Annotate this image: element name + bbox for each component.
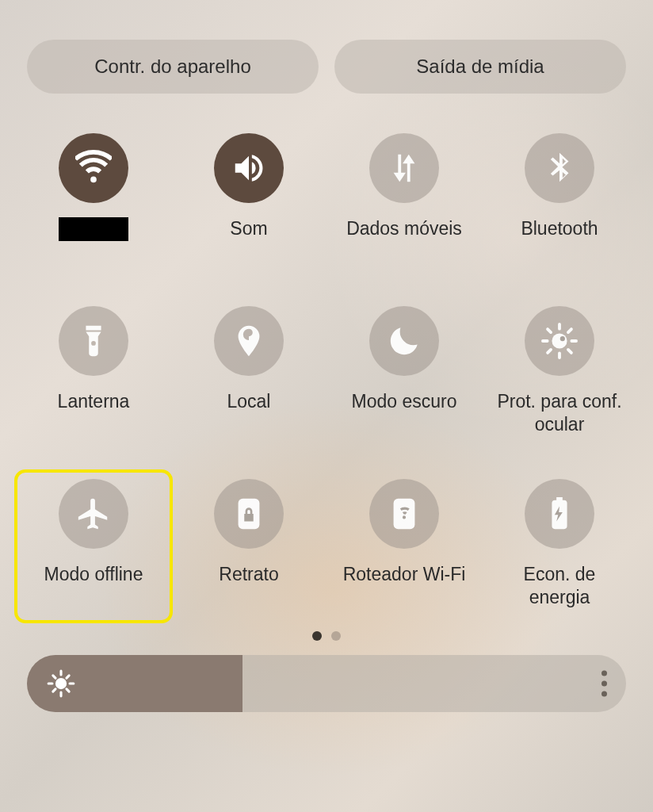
portrait-lock-icon[interactable] [214, 479, 284, 549]
tile-label: Dados móveis [346, 217, 462, 240]
data-arrows-icon[interactable] [369, 133, 439, 203]
page-dot-2[interactable] [331, 631, 341, 641]
tile-wifi[interactable] [16, 125, 171, 276]
brightness-slider-container [0, 655, 653, 712]
location-icon[interactable] [214, 306, 284, 376]
tile-label: Econ. de energia [492, 563, 627, 609]
tile-portrait[interactable]: Retrato [171, 471, 326, 622]
tile-label-redacted [59, 217, 128, 241]
tile-mobiledata[interactable]: Dados móveis [326, 125, 482, 276]
battery-save-icon[interactable] [525, 479, 594, 549]
tile-powersave[interactable]: Econ. de energia [482, 471, 637, 622]
tile-hotspot[interactable]: Roteador Wi-Fi [326, 471, 482, 622]
top-bar: Contr. do aparelho Saída de mídia [0, 0, 653, 117]
device-control-label: Contr. do aparelho [94, 56, 250, 78]
airplane-icon[interactable] [59, 479, 128, 549]
hotspot-icon[interactable] [369, 479, 439, 549]
tile-label: Prot. para conf. ocular [492, 390, 627, 436]
brightness-menu-button[interactable] [601, 671, 607, 697]
tile-eyecomfort[interactable]: Prot. para conf. ocular [482, 298, 637, 449]
tile-sound[interactable]: Som [171, 125, 326, 276]
tile-darkmode[interactable]: Modo escuro [326, 298, 482, 449]
eye-comfort-icon[interactable] [525, 306, 594, 376]
brightness-icon [46, 668, 76, 699]
tile-label: Roteador Wi-Fi [343, 563, 466, 586]
tile-label: Modo offline [44, 563, 143, 586]
moon-icon[interactable] [369, 306, 439, 376]
tile-label: Retrato [219, 563, 278, 586]
media-output-label: Saída de mídia [416, 56, 544, 78]
media-output-button[interactable]: Saída de mídia [334, 40, 626, 94]
sound-icon[interactable] [214, 133, 284, 203]
quick-settings-grid: SomDados móveisBluetoothLanternaLocalMod… [0, 117, 653, 622]
tile-label: Bluetooth [521, 217, 598, 240]
tile-flashlight[interactable]: Lanterna [16, 298, 171, 449]
tile-bluetooth[interactable]: Bluetooth [482, 125, 637, 276]
tile-label: Modo escuro [352, 390, 457, 413]
brightness-slider[interactable] [27, 655, 626, 712]
wifi-icon[interactable] [59, 133, 128, 203]
device-control-button[interactable]: Contr. do aparelho [27, 40, 319, 94]
page-dot-1[interactable] [312, 631, 322, 641]
tile-label: Som [230, 217, 267, 240]
tile-airplane[interactable]: Modo offline [16, 471, 171, 622]
flashlight-icon[interactable] [59, 306, 128, 376]
tile-label: Lanterna [58, 390, 130, 413]
bluetooth-icon[interactable] [525, 133, 594, 203]
page-indicator[interactable] [0, 622, 653, 655]
tile-location[interactable]: Local [171, 298, 326, 449]
tile-label: Local [227, 390, 271, 413]
